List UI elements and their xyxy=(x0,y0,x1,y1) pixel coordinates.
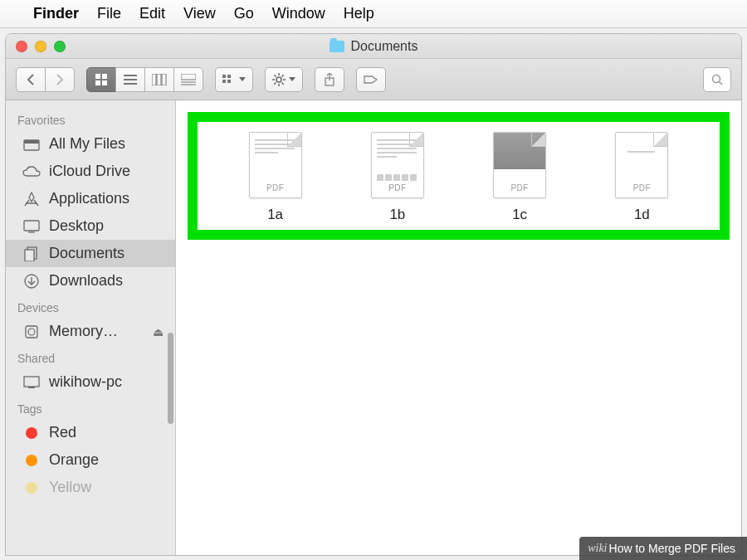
svg-rect-14 xyxy=(227,75,231,78)
sidebar-item-label: Downloads xyxy=(49,272,123,290)
zoom-button[interactable] xyxy=(54,41,66,52)
svg-line-22 xyxy=(274,75,276,76)
sidebar-item-tag-yellow[interactable]: Yellow xyxy=(6,474,175,501)
tag-dot-icon xyxy=(22,427,41,439)
window-controls xyxy=(16,41,66,52)
finder-sidebar: Favorites All My Files iCloud Drive Appl… xyxy=(6,100,176,555)
forward-button[interactable] xyxy=(45,67,75,92)
sidebar-item-wikihow-pc[interactable]: wikihow-pc xyxy=(6,368,175,396)
pdf-thumbnail-icon: PDF xyxy=(371,132,424,198)
gear-icon xyxy=(272,73,286,86)
svg-rect-13 xyxy=(222,75,226,78)
app-menu[interactable]: Finder xyxy=(33,5,79,22)
finder-content[interactable]: PDF 1a PDF 1b PDF xyxy=(176,100,741,555)
sidebar-item-desktop[interactable]: Desktop xyxy=(6,212,175,240)
sidebar-item-label: All My Files xyxy=(49,135,125,153)
list-view-button[interactable] xyxy=(115,67,145,92)
sidebar-item-all-my-files[interactable]: All My Files xyxy=(6,130,175,158)
sidebar-item-tag-red[interactable]: Red xyxy=(6,419,175,446)
menu-window[interactable]: Window xyxy=(272,5,325,22)
svg-rect-41 xyxy=(26,326,37,338)
window-title: Documents xyxy=(330,39,418,54)
pdf-thumbnail-icon: PDF xyxy=(249,132,302,198)
arrange-button[interactable] xyxy=(215,67,253,92)
folder-icon xyxy=(330,41,344,52)
disk-icon xyxy=(22,324,41,339)
svg-line-29 xyxy=(720,81,723,85)
file-name: 1a xyxy=(267,207,283,223)
pc-icon xyxy=(22,376,41,389)
svg-rect-0 xyxy=(95,74,100,79)
sidebar-item-label: Documents xyxy=(49,245,124,262)
column-view-button[interactable] xyxy=(144,67,174,92)
sidebar-item-downloads[interactable]: Downloads xyxy=(6,267,175,295)
sidebar-item-memory[interactable]: Memory… ⏏ xyxy=(6,318,175,345)
svg-line-25 xyxy=(282,75,284,76)
chevron-down-icon xyxy=(289,77,295,82)
window-title-text: Documents xyxy=(351,39,418,54)
menu-edit[interactable]: Edit xyxy=(139,5,165,22)
nav-buttons xyxy=(16,67,75,92)
minimize-button[interactable] xyxy=(35,41,46,52)
menu-file[interactable]: File xyxy=(97,5,121,22)
eject-icon[interactable]: ⏏ xyxy=(153,325,164,338)
sidebar-item-documents[interactable]: Documents xyxy=(6,240,175,267)
sidebar-item-applications[interactable]: Applications xyxy=(6,185,175,212)
caption-prefix: wiki xyxy=(588,542,607,555)
caption-text: How to Merge PDF Files xyxy=(609,542,735,555)
menu-help[interactable]: Help xyxy=(344,5,374,22)
sidebar-section-tags: Tags xyxy=(6,396,175,419)
sidebar-item-label: Desktop xyxy=(49,217,104,235)
coverflow-view-button[interactable] xyxy=(173,67,203,92)
svg-point-17 xyxy=(276,77,281,82)
file-name: 1c xyxy=(512,207,527,223)
sidebar-section-shared: Shared xyxy=(6,345,175,368)
close-button[interactable] xyxy=(16,41,27,52)
desktop-icon xyxy=(22,220,41,233)
sidebar-item-label: Yellow xyxy=(49,479,91,496)
tag-icon xyxy=(364,74,378,85)
tags-button[interactable] xyxy=(356,67,386,92)
finder-toolbar xyxy=(6,59,741,100)
icloud-icon xyxy=(22,166,41,178)
sidebar-item-icloud[interactable]: iCloud Drive xyxy=(6,158,175,185)
sidebar-item-label: Memory… xyxy=(49,323,118,340)
share-icon xyxy=(324,73,335,86)
svg-point-28 xyxy=(713,75,720,82)
file-name: 1d xyxy=(634,207,650,223)
svg-rect-16 xyxy=(227,80,231,83)
svg-line-24 xyxy=(274,82,276,84)
svg-rect-31 xyxy=(24,140,39,144)
icon-view-button[interactable] xyxy=(86,67,116,92)
action-button[interactable] xyxy=(265,67,303,92)
finder-window: Documents xyxy=(5,33,742,556)
all-my-files-icon xyxy=(22,138,41,151)
highlight-box: PDF 1a PDF 1b PDF xyxy=(188,112,730,240)
sidebar-scrollbar[interactable] xyxy=(168,333,173,424)
tag-dot-icon xyxy=(22,482,41,494)
menu-go[interactable]: Go xyxy=(234,5,254,22)
sidebar-item-label: iCloud Drive xyxy=(49,163,130,180)
svg-rect-35 xyxy=(24,221,39,231)
sidebar-item-tag-orange[interactable]: Orange xyxy=(6,446,175,474)
downloads-icon xyxy=(22,274,41,289)
chevron-down-icon xyxy=(239,77,246,82)
svg-rect-1 xyxy=(102,74,107,79)
back-button[interactable] xyxy=(16,67,46,92)
search-button[interactable] xyxy=(703,67,731,92)
sidebar-section-favorites: Favorites xyxy=(6,107,175,130)
svg-point-42 xyxy=(28,329,35,335)
file-item[interactable]: PDF 1c xyxy=(466,132,574,223)
window-titlebar[interactable]: Documents xyxy=(6,34,741,59)
pdf-thumbnail-icon: PDF xyxy=(615,132,668,198)
file-item[interactable]: PDF 1b xyxy=(344,132,452,223)
system-menubar: Finder File Edit View Go Window Help xyxy=(0,0,747,28)
file-item[interactable]: PDF 1a xyxy=(222,132,330,223)
menu-view[interactable]: View xyxy=(183,5,216,22)
file-item[interactable]: PDF 1d xyxy=(588,132,696,223)
share-button[interactable] xyxy=(315,67,344,92)
sidebar-item-label: Orange xyxy=(49,451,99,469)
svg-rect-9 xyxy=(162,74,166,85)
svg-rect-3 xyxy=(102,80,107,85)
sidebar-item-label: Red xyxy=(49,424,76,441)
